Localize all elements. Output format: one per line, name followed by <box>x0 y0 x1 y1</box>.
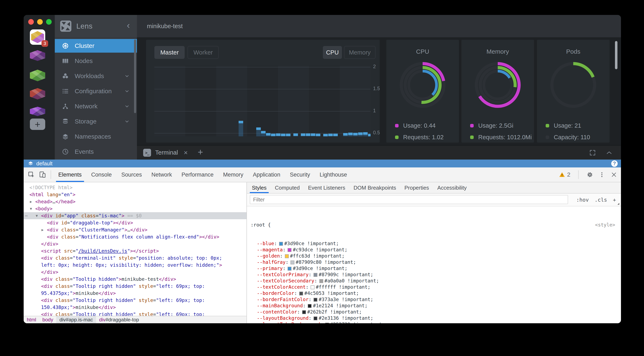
expand-arrow-icon[interactable]: ▼ <box>30 205 32 212</box>
styles-tab-event-listeners[interactable]: Event Listeners <box>304 182 350 193</box>
color-swatch[interactable] <box>319 279 323 283</box>
color-swatch[interactable] <box>310 285 314 289</box>
add-cluster-button[interactable]: + <box>30 119 45 130</box>
chevron-up-icon[interactable] <box>606 149 613 156</box>
resize-handle[interactable] <box>618 203 619 205</box>
css-variable-row[interactable]: --textColorPrimary:#87909c !important; <box>251 271 617 278</box>
styles-tab-styles[interactable]: Styles <box>248 182 271 193</box>
node-options-icon[interactable]: ⋯ <box>25 212 28 219</box>
tab-sources[interactable]: Sources <box>116 168 147 182</box>
color-swatch[interactable] <box>299 292 303 296</box>
chevron-down-icon[interactable] <box>124 73 130 79</box>
collapse-arrow-icon[interactable]: ▶ <box>42 226 44 233</box>
close-traffic-light[interactable] <box>28 19 34 25</box>
sidebar-item-nodes[interactable]: Nodes <box>55 54 137 68</box>
chevron-down-icon[interactable] <box>124 88 130 94</box>
stylesheet-source-link[interactable]: <style> <box>595 222 617 228</box>
color-swatch[interactable] <box>314 298 318 302</box>
css-variable-row[interactable]: --golden:#ffc63d !important; <box>251 253 617 259</box>
css-variable-row[interactable]: --layoutBackground:#2e3136 !important; <box>251 315 617 321</box>
styles-filter-input[interactable] <box>250 195 568 204</box>
css-variable-row[interactable]: --contentColor:#262b2f !important; <box>251 309 617 315</box>
color-swatch[interactable] <box>302 310 306 314</box>
color-swatch[interactable] <box>308 304 312 308</box>
inspect-element-icon[interactable] <box>26 169 37 180</box>
fullscreen-icon[interactable] <box>589 149 596 156</box>
sidebar-item-network[interactable]: Network <box>55 99 137 113</box>
class-toggle[interactable]: .cls <box>594 197 607 203</box>
cluster-icon-1[interactable]: 3 <box>30 29 45 45</box>
cluster-icon-5[interactable] <box>30 107 45 116</box>
content-scrollbar[interactable] <box>615 41 618 69</box>
sidebar-item-cluster[interactable]: Cluster <box>55 39 137 53</box>
collapse-arrow-icon[interactable]: ▶ <box>30 198 32 205</box>
breadcrumb[interactable]: body <box>39 316 56 323</box>
new-rule-button[interactable]: + <box>613 197 616 203</box>
cluster-icon-4[interactable] <box>30 88 45 99</box>
chevron-down-icon[interactable] <box>124 119 130 124</box>
color-swatch[interactable] <box>288 248 292 252</box>
css-variable-row[interactable]: --textColorAccent:#ffffff !important; <box>251 284 617 290</box>
dom-node[interactable]: left: 0px; height: 0px; visibility: hidd… <box>24 262 246 269</box>
dom-node[interactable]: 95.4375px;">minikube</div> <box>24 290 246 297</box>
color-swatch[interactable] <box>314 316 318 320</box>
dom-node[interactable]: <div id="draggable-top"></div> <box>24 219 246 226</box>
sidebar-item-namespaces[interactable]: Namespaces <box>55 130 137 143</box>
tab-security[interactable]: Security <box>285 168 315 182</box>
terminal-tab[interactable]: Terminal <box>155 149 178 156</box>
dom-node[interactable]: ▶<div class="ClusterManager">…</div> <box>24 226 246 233</box>
styles-tab-properties[interactable]: Properties <box>400 182 433 193</box>
tab-lighthouse[interactable]: Lighthouse <box>315 168 352 182</box>
tab-console[interactable]: Console <box>86 168 116 182</box>
metric-memory-button[interactable]: Memory <box>344 46 376 59</box>
color-swatch[interactable] <box>325 323 329 323</box>
node-master-button[interactable]: Master <box>154 46 185 59</box>
styles-tab-accessibility[interactable]: Accessibility <box>433 182 471 193</box>
sidebar-item-events[interactable]: Events <box>55 145 137 159</box>
help-icon[interactable]: ? <box>611 160 618 167</box>
styles-tab-dom-breakpoints[interactable]: DOM Breakpoints <box>350 182 400 193</box>
css-variable-row[interactable]: --textColorSecondary:#a0a0a0 !important; <box>251 278 617 284</box>
css-variable-row[interactable]: --magenta:#c93dce !important; <box>251 247 617 253</box>
css-variable-row[interactable]: --blue:#3d90ce !important; <box>251 240 617 247</box>
tab-network[interactable]: Network <box>147 168 177 182</box>
cluster-icon-2[interactable] <box>30 50 45 61</box>
zoom-traffic-light[interactable] <box>46 19 52 25</box>
css-variable-row[interactable]: --primary:#3d90ce !important; <box>251 265 617 271</box>
close-icon[interactable] <box>610 171 617 178</box>
css-variable-row[interactable]: --borderColor:#4c5053 !important; <box>251 290 617 296</box>
metric-cpu-button[interactable]: CPU <box>323 46 342 59</box>
dom-node[interactable]: </div> <box>24 269 246 276</box>
terminal-add-icon[interactable]: + <box>198 148 203 157</box>
chevron-down-icon[interactable] <box>124 103 130 109</box>
breadcrumb[interactable]: html <box>24 316 39 323</box>
color-swatch[interactable] <box>314 273 318 277</box>
breadcrumb[interactable]: div#draggable-top <box>96 316 142 323</box>
minimize-traffic-light[interactable] <box>37 19 43 25</box>
dom-node[interactable]: <div class="Notifications flex column al… <box>24 233 246 240</box>
device-toolbar-icon[interactable] <box>37 169 48 180</box>
dom-node[interactable]: <div class="Tooltip right hidden" style=… <box>24 297 246 304</box>
dom-node[interactable]: <div class="terminal-init" style="positi… <box>24 254 246 262</box>
kebab-menu-ic[interactable] <box>598 171 605 178</box>
dom-node-selected[interactable]: ⋯▼<div id="app" class="is-mac"> == $0 <box>24 212 246 219</box>
dom-node[interactable]: </div> <box>24 240 246 247</box>
cluster-icon-3[interactable] <box>30 70 45 81</box>
breadcrumb[interactable]: div#app.is-mac <box>56 316 96 323</box>
tab-application[interactable]: Application <box>248 168 285 182</box>
sidebar-collapse-icon[interactable]: ‹ <box>127 21 132 30</box>
dom-node[interactable]: <div class="Tooltip hidden">minikube-tes… <box>24 276 246 283</box>
tab-memory[interactable]: Memory <box>218 168 248 182</box>
css-variable-row[interactable]: --layoutTabsBackground:#252729 !importan… <box>251 321 617 323</box>
sidebar-scrollbar[interactable] <box>134 39 136 113</box>
color-swatch[interactable] <box>288 267 292 271</box>
expand-arrow-icon[interactable]: ▼ <box>36 212 38 219</box>
dom-node[interactable]: <!DOCTYPE html> <box>24 184 246 191</box>
css-variable-row[interactable]: --borderFaintColor:#373a3e !important; <box>251 296 617 303</box>
dom-node[interactable]: ▶<head>…</head> <box>24 198 246 205</box>
color-swatch[interactable] <box>279 242 283 246</box>
pseudo-state-toggle[interactable]: :hov <box>576 197 589 203</box>
sidebar-item-workloads[interactable]: Workloads <box>55 69 137 83</box>
css-selector[interactable]: :root { <box>251 222 271 228</box>
tab-elements[interactable]: Elements <box>54 168 86 182</box>
